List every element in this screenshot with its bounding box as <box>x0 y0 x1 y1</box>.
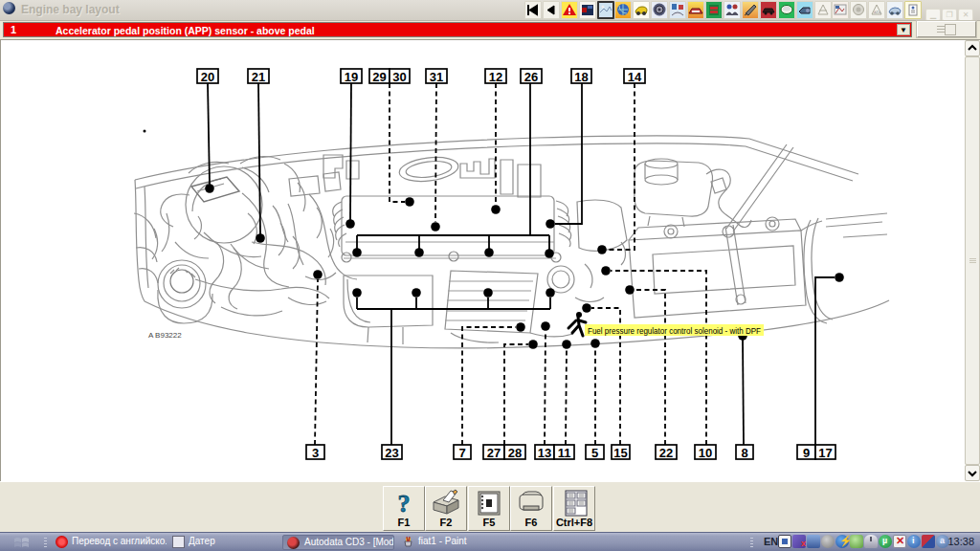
svg-text:14: 14 <box>628 70 642 84</box>
svg-text:8: 8 <box>741 446 747 460</box>
svg-text:26: 26 <box>524 70 538 84</box>
svg-text:18: 18 <box>574 70 588 84</box>
svg-text:dZa: dZa <box>874 10 881 14</box>
svg-text:9: 9 <box>803 446 810 460</box>
svg-text:28: 28 <box>508 446 522 460</box>
svg-text:13: 13 <box>538 446 551 460</box>
svg-text:19: 19 <box>345 70 358 84</box>
svg-text:11: 11 <box>558 446 571 460</box>
svg-text:21: 21 <box>252 70 265 84</box>
svg-text:5: 5 <box>591 446 598 460</box>
svg-text:29: 29 <box>372 70 386 84</box>
svg-text:10: 10 <box>699 446 712 460</box>
svg-text:23: 23 <box>385 446 398 460</box>
svg-text:A B93222: A B93222 <box>148 331 182 340</box>
svg-text:22: 22 <box>659 446 673 460</box>
svg-text:27: 27 <box>487 446 501 460</box>
svg-text:7: 7 <box>458 446 465 460</box>
svg-text:31: 31 <box>430 70 443 84</box>
svg-text:Fuel pressure regulator contro: Fuel pressure regulator control solenoid… <box>588 325 761 336</box>
svg-text:17: 17 <box>818 446 832 460</box>
svg-text:30: 30 <box>392 70 406 84</box>
svg-text:20: 20 <box>201 70 214 84</box>
svg-text:?: ? <box>398 490 411 518</box>
svg-text:15: 15 <box>613 446 627 460</box>
svg-text:12: 12 <box>489 70 502 84</box>
svg-text:3: 3 <box>312 446 319 460</box>
